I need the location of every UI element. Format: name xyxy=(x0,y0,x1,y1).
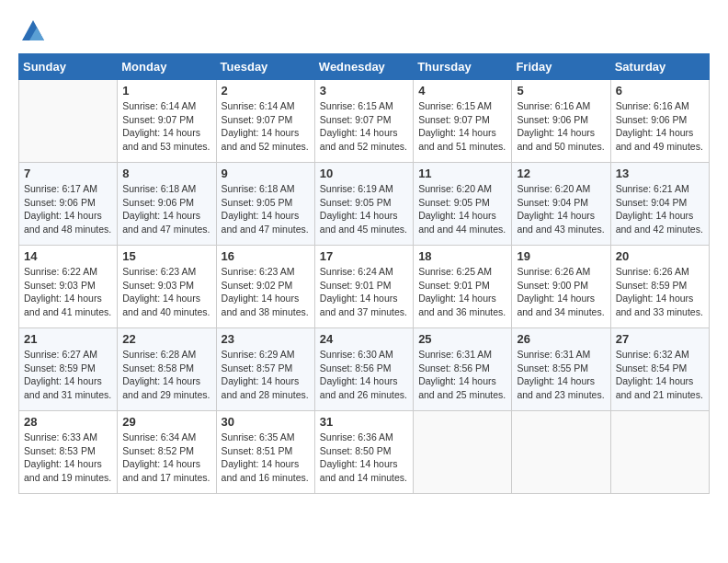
calendar-cell: 9Sunrise: 6:18 AMSunset: 9:05 PMDaylight… xyxy=(216,163,314,246)
cell-info: Sunrise: 6:26 AMSunset: 8:59 PMDaylight:… xyxy=(616,265,704,319)
day-number: 11 xyxy=(418,167,506,180)
cell-info: Sunrise: 6:27 AMSunset: 8:59 PMDaylight:… xyxy=(24,348,112,402)
cell-info: Sunrise: 6:16 AMSunset: 9:06 PMDaylight:… xyxy=(517,99,605,154)
calendar-cell xyxy=(610,411,709,494)
day-number: 16 xyxy=(222,249,310,263)
calendar-cell: 20Sunrise: 6:26 AMSunset: 8:59 PMDayligh… xyxy=(610,246,709,328)
day-number: 19 xyxy=(517,249,605,263)
cell-info: Sunrise: 6:26 AMSunset: 9:00 PMDaylight:… xyxy=(517,265,605,319)
week-row-3: 14Sunrise: 6:22 AMSunset: 9:03 PMDayligh… xyxy=(19,246,710,328)
calendar-cell xyxy=(512,411,610,494)
cell-info: Sunrise: 6:23 AMSunset: 9:03 PMDaylight:… xyxy=(122,265,210,319)
cell-info: Sunrise: 6:29 AMSunset: 8:57 PMDaylight:… xyxy=(222,348,310,402)
calendar-cell: 17Sunrise: 6:24 AMSunset: 9:01 PMDayligh… xyxy=(314,246,413,328)
calendar-cell: 21Sunrise: 6:27 AMSunset: 8:59 PMDayligh… xyxy=(19,328,118,411)
calendar-cell: 15Sunrise: 6:23 AMSunset: 9:03 PMDayligh… xyxy=(118,246,216,328)
cell-info: Sunrise: 6:25 AMSunset: 9:01 PMDaylight:… xyxy=(418,265,506,319)
calendar-cell: 14Sunrise: 6:22 AMSunset: 9:03 PMDayligh… xyxy=(19,246,118,328)
calendar-cell: 16Sunrise: 6:23 AMSunset: 9:02 PMDayligh… xyxy=(216,246,314,328)
day-number: 17 xyxy=(320,249,408,263)
day-number: 12 xyxy=(517,167,605,180)
header-row: SundayMondayTuesdayWednesdayThursdayFrid… xyxy=(19,54,710,80)
calendar-table: SundayMondayTuesdayWednesdayThursdayFrid… xyxy=(18,53,710,494)
calendar-cell: 28Sunrise: 6:33 AMSunset: 8:53 PMDayligh… xyxy=(19,411,118,494)
day-number: 18 xyxy=(418,249,506,263)
logo xyxy=(18,18,48,44)
cell-info: Sunrise: 6:31 AMSunset: 8:55 PMDaylight:… xyxy=(517,348,605,402)
cell-info: Sunrise: 6:16 AMSunset: 9:06 PMDaylight:… xyxy=(616,99,704,154)
calendar-cell: 25Sunrise: 6:31 AMSunset: 8:56 PMDayligh… xyxy=(414,328,512,411)
calendar-cell: 6Sunrise: 6:16 AMSunset: 9:06 PMDaylight… xyxy=(610,80,709,163)
cell-info: Sunrise: 6:15 AMSunset: 9:07 PMDaylight:… xyxy=(418,99,506,154)
column-header-saturday: Saturday xyxy=(610,54,709,80)
day-number: 3 xyxy=(320,84,408,98)
calendar-cell: 11Sunrise: 6:20 AMSunset: 9:05 PMDayligh… xyxy=(414,163,512,246)
day-number: 29 xyxy=(122,415,210,429)
day-number: 30 xyxy=(222,415,310,429)
calendar-cell: 12Sunrise: 6:20 AMSunset: 9:04 PMDayligh… xyxy=(512,163,610,246)
day-number: 27 xyxy=(616,332,704,346)
day-number: 7 xyxy=(24,167,112,180)
cell-info: Sunrise: 6:19 AMSunset: 9:05 PMDaylight:… xyxy=(320,182,408,236)
day-number: 20 xyxy=(616,249,704,263)
calendar-cell: 22Sunrise: 6:28 AMSunset: 8:58 PMDayligh… xyxy=(118,328,216,411)
calendar-cell: 18Sunrise: 6:25 AMSunset: 9:01 PMDayligh… xyxy=(414,246,512,328)
calendar-cell: 29Sunrise: 6:34 AMSunset: 8:52 PMDayligh… xyxy=(118,411,216,494)
day-number: 15 xyxy=(122,249,210,263)
day-number: 8 xyxy=(122,167,210,180)
day-number: 25 xyxy=(418,332,506,346)
calendar-cell: 23Sunrise: 6:29 AMSunset: 8:57 PMDayligh… xyxy=(216,328,314,411)
cell-info: Sunrise: 6:18 AMSunset: 9:06 PMDaylight:… xyxy=(122,182,210,236)
calendar-cell: 5Sunrise: 6:16 AMSunset: 9:06 PMDaylight… xyxy=(512,80,610,163)
cell-info: Sunrise: 6:33 AMSunset: 8:53 PMDaylight:… xyxy=(24,431,112,485)
column-header-monday: Monday xyxy=(118,54,216,80)
calendar-cell: 7Sunrise: 6:17 AMSunset: 9:06 PMDaylight… xyxy=(19,163,118,246)
cell-info: Sunrise: 6:34 AMSunset: 8:52 PMDaylight:… xyxy=(122,431,210,485)
cell-info: Sunrise: 6:23 AMSunset: 9:02 PMDaylight:… xyxy=(222,265,310,319)
cell-info: Sunrise: 6:20 AMSunset: 9:05 PMDaylight:… xyxy=(418,182,506,236)
logo-icon xyxy=(20,18,46,44)
column-header-tuesday: Tuesday xyxy=(216,54,314,80)
day-number: 1 xyxy=(122,84,210,98)
column-header-thursday: Thursday xyxy=(414,54,512,80)
day-number: 13 xyxy=(616,167,704,180)
day-number: 28 xyxy=(24,415,112,429)
calendar-cell: 27Sunrise: 6:32 AMSunset: 8:54 PMDayligh… xyxy=(610,328,709,411)
cell-info: Sunrise: 6:28 AMSunset: 8:58 PMDaylight:… xyxy=(122,348,210,402)
day-number: 9 xyxy=(222,167,310,180)
week-row-4: 21Sunrise: 6:27 AMSunset: 8:59 PMDayligh… xyxy=(19,328,710,411)
week-row-1: 1Sunrise: 6:14 AMSunset: 9:07 PMDaylight… xyxy=(19,80,710,163)
day-number: 26 xyxy=(517,332,605,346)
calendar-cell: 8Sunrise: 6:18 AMSunset: 9:06 PMDaylight… xyxy=(118,163,216,246)
day-number: 21 xyxy=(24,332,112,346)
cell-info: Sunrise: 6:24 AMSunset: 9:01 PMDaylight:… xyxy=(320,265,408,319)
day-number: 31 xyxy=(320,415,408,429)
calendar-cell: 10Sunrise: 6:19 AMSunset: 9:05 PMDayligh… xyxy=(314,163,413,246)
cell-info: Sunrise: 6:21 AMSunset: 9:04 PMDaylight:… xyxy=(616,182,704,236)
column-header-friday: Friday xyxy=(512,54,610,80)
cell-info: Sunrise: 6:20 AMSunset: 9:04 PMDaylight:… xyxy=(517,182,605,236)
column-header-sunday: Sunday xyxy=(19,54,118,80)
day-number: 2 xyxy=(222,84,310,98)
calendar-cell: 2Sunrise: 6:14 AMSunset: 9:07 PMDaylight… xyxy=(216,80,314,163)
calendar-cell xyxy=(414,411,512,494)
calendar-cell: 19Sunrise: 6:26 AMSunset: 9:00 PMDayligh… xyxy=(512,246,610,328)
day-number: 24 xyxy=(320,332,408,346)
calendar-cell: 31Sunrise: 6:36 AMSunset: 8:50 PMDayligh… xyxy=(314,411,413,494)
cell-info: Sunrise: 6:35 AMSunset: 8:51 PMDaylight:… xyxy=(222,431,310,485)
cell-info: Sunrise: 6:36 AMSunset: 8:50 PMDaylight:… xyxy=(320,431,408,485)
day-number: 23 xyxy=(222,332,310,346)
day-number: 5 xyxy=(517,84,605,98)
calendar-cell: 26Sunrise: 6:31 AMSunset: 8:55 PMDayligh… xyxy=(512,328,610,411)
cell-info: Sunrise: 6:14 AMSunset: 9:07 PMDaylight:… xyxy=(122,99,210,154)
calendar-cell: 30Sunrise: 6:35 AMSunset: 8:51 PMDayligh… xyxy=(216,411,314,494)
column-header-wednesday: Wednesday xyxy=(314,54,413,80)
calendar-cell: 24Sunrise: 6:30 AMSunset: 8:56 PMDayligh… xyxy=(314,328,413,411)
day-number: 6 xyxy=(616,84,704,98)
cell-info: Sunrise: 6:14 AMSunset: 9:07 PMDaylight:… xyxy=(222,99,310,154)
cell-info: Sunrise: 6:31 AMSunset: 8:56 PMDaylight:… xyxy=(418,348,506,402)
week-row-2: 7Sunrise: 6:17 AMSunset: 9:06 PMDaylight… xyxy=(19,163,710,246)
calendar-cell xyxy=(19,80,118,163)
day-number: 10 xyxy=(320,167,408,180)
calendar-cell: 1Sunrise: 6:14 AMSunset: 9:07 PMDaylight… xyxy=(118,80,216,163)
